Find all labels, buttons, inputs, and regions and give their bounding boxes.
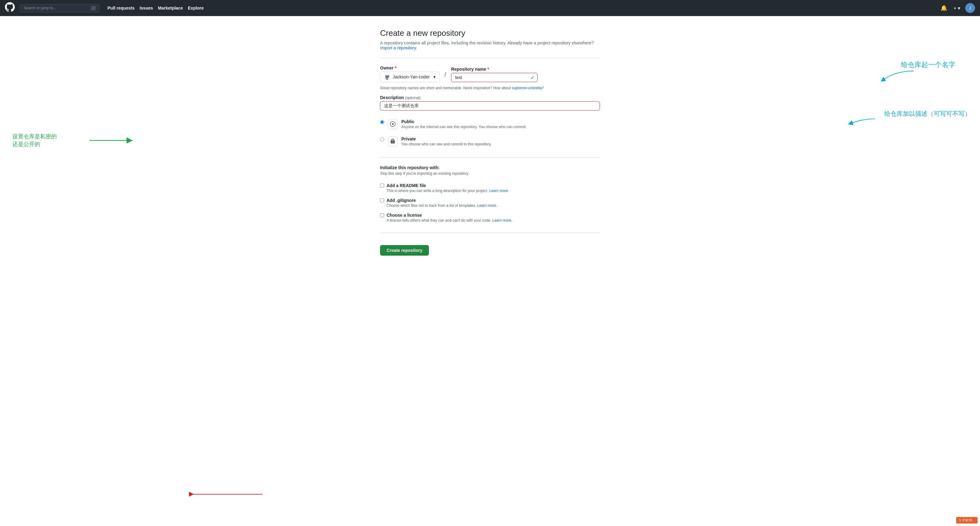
readme-checkbox[interactable]: [380, 184, 384, 188]
nav-marketplace[interactable]: Marketplace: [158, 6, 183, 11]
public-text: Public Anyone on the internet can see th…: [401, 119, 527, 129]
gitignore-text: Add .gitignore Choose which files not to…: [387, 198, 497, 208]
owner-avatar: [384, 74, 390, 80]
init-subtitle: Skip this step if you're importing an ex…: [380, 171, 600, 176]
init-section: Initialize this repository with: Skip th…: [380, 165, 600, 225]
owner-select[interactable]: Jackson-Yan-coder ▾: [380, 72, 440, 82]
search-bar[interactable]: Search or jump to... /: [20, 4, 100, 12]
repo-name-input[interactable]: [451, 73, 538, 82]
new-item-button[interactable]: + ▾: [952, 4, 961, 12]
repo-name-helper: Great repository names are short and mem…: [380, 86, 600, 90]
nav-issues[interactable]: Issues: [140, 6, 153, 11]
description-section: Description (optional): [380, 95, 600, 116]
readme-learn-link[interactable]: Learn more.: [489, 189, 509, 193]
import-link[interactable]: Import a repository.: [380, 45, 417, 50]
public-icon: [388, 119, 398, 129]
search-placeholder: Search or jump to...: [24, 6, 56, 10]
description-input[interactable]: [380, 101, 600, 111]
page-subtitle: A repository contains all project files,…: [380, 40, 600, 50]
watermark: S 中软件...: [956, 517, 978, 524]
owner-chevron: ▾: [433, 75, 436, 79]
owner-field-block: Owner * Jackson-Yan-coder ▾: [380, 65, 440, 82]
init-title: Initialize this repository with:: [380, 165, 600, 170]
repo-required: *: [488, 67, 489, 72]
visibility-section: Public Anyone on the internet can see th…: [380, 116, 600, 150]
section-divider-3: [380, 232, 600, 233]
gitignore-learn-link[interactable]: Learn more.: [477, 203, 497, 208]
repo-name-field-block: Repository name * ✓: [451, 67, 538, 82]
repo-name-wrapper: ✓: [451, 73, 538, 82]
gitignore-option[interactable]: Add .gitignore Choose which files not to…: [380, 195, 600, 210]
owner-repo-group: Owner * Jackson-Yan-coder ▾ / Repository…: [380, 65, 600, 82]
license-learn-link[interactable]: Learn more.: [492, 218, 512, 222]
owner-value: Jackson-Yan-coder: [393, 75, 430, 79]
owner-required: *: [395, 65, 396, 70]
suggestion-link[interactable]: supreme-umbrella: [512, 86, 542, 90]
nav-pull-requests[interactable]: Pull requests: [107, 6, 135, 11]
github-logo[interactable]: [5, 2, 15, 14]
gitignore-checkbox[interactable]: [380, 199, 384, 202]
public-option[interactable]: Public Anyone on the internet can see th…: [380, 116, 600, 133]
subtitle-text: A repository contains all project files,…: [380, 40, 594, 45]
avatar[interactable]: J: [965, 3, 975, 13]
slash-separator: /: [443, 71, 448, 81]
create-repository-button[interactable]: Create repository: [380, 245, 429, 256]
check-icon: ✓: [530, 75, 535, 81]
readme-option[interactable]: Add a README file This is where you can …: [380, 181, 600, 195]
license-text: Choose a license A license tells others …: [387, 213, 512, 222]
desc-label: Description (optional): [380, 95, 600, 100]
notifications-button[interactable]: 🔔: [939, 3, 948, 13]
section-divider-1: [380, 58, 600, 58]
page-title: Create a new repository: [380, 29, 600, 38]
owner-label: Owner *: [380, 65, 440, 70]
navbar-actions: 🔔 + ▾ J: [939, 3, 975, 13]
main-content: Create a new repository A repository con…: [0, 16, 980, 526]
main-nav: Pull requests Issues Marketplace Explore: [107, 6, 204, 11]
form-container: Create a new repository A repository con…: [373, 29, 607, 263]
navbar: Search or jump to... / Pull requests Iss…: [0, 0, 980, 16]
private-text: Private You choose who can see and commi…: [401, 137, 492, 146]
private-radio[interactable]: [380, 137, 384, 141]
license-checkbox[interactable]: [380, 213, 384, 217]
readme-text: Add a README file This is where you can …: [387, 183, 509, 193]
license-option[interactable]: Choose a license A license tells others …: [380, 210, 600, 225]
private-option[interactable]: Private You choose who can see and commi…: [380, 133, 600, 150]
search-shortcut: /: [91, 6, 96, 11]
nav-explore[interactable]: Explore: [188, 6, 204, 11]
private-icon: [388, 137, 398, 146]
section-divider-2: [380, 157, 600, 158]
public-radio[interactable]: [380, 120, 384, 124]
repo-name-label: Repository name *: [451, 67, 538, 72]
